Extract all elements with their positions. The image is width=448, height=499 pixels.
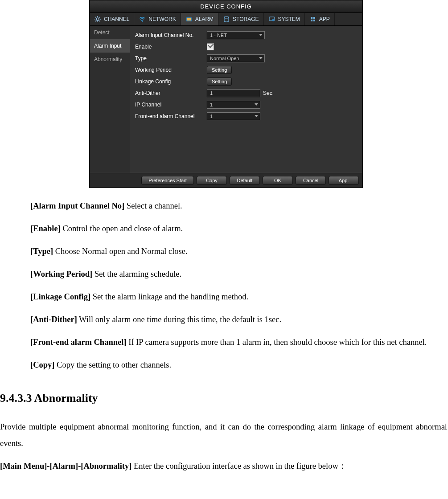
doc-item: [Enable] Control the open and close of a… — [30, 221, 447, 237]
form-area: Alarm Input Channel No. 1 - NET Enable T… — [130, 26, 362, 173]
alarm-icon — [185, 16, 193, 23]
footer-buttons: Preferences Start Copy Default OK Cancel… — [90, 173, 362, 188]
select-alarm-channel[interactable]: 1 - NET — [207, 31, 265, 39]
window-body: Detect Alarm Input Abnormality Alarm Inp… — [90, 26, 362, 173]
tab-label: SYSTEM — [278, 16, 300, 22]
doc-item: [Working Period] Set the alarming schedu… — [30, 266, 447, 282]
label-enable: Enable — [135, 44, 204, 50]
checkbox-enable[interactable] — [207, 43, 214, 50]
tab-app[interactable]: APP — [305, 13, 335, 25]
svg-point-4 — [224, 16, 229, 18]
doc-item: [Anti-Dither] Will only alarm one time d… — [30, 311, 447, 328]
btn-working-period-setting[interactable]: Setting — [207, 66, 232, 74]
doc-desc: Will only alarm one time during this tim… — [77, 315, 281, 324]
nav-bold: [Main Menu]-[Alarm]-[Abnormality] — [0, 462, 132, 470]
sidebar-item-alarm-input[interactable]: Alarm Input — [90, 39, 130, 53]
label-front-end: Front-end alarm Channel — [135, 113, 204, 119]
btn-ok[interactable]: OK — [263, 176, 293, 185]
label-sec: Sec. — [263, 90, 274, 96]
tab-label: CHANNEL — [104, 16, 129, 22]
doc-desc: If IP camera supports more than 1 alarm … — [127, 338, 427, 347]
device-config-window: DEVICE CONFIG CHANNEL NETWORK ALARM — [89, 0, 363, 188]
svg-rect-3 — [187, 18, 191, 20]
doc-term: [Working Period] — [30, 270, 92, 278]
doc-desc: Copy the setting to other channels. — [54, 360, 171, 369]
btn-linkage-setting[interactable]: Setting — [207, 78, 232, 86]
svg-rect-10 — [313, 20, 315, 21]
nav-line: [Main Menu]-[Alarm]-[Abnormality] Enter … — [0, 458, 447, 474]
doc-term: [Alarm Input Channel No] — [30, 201, 124, 210]
system-icon — [268, 16, 275, 23]
svg-point-1 — [142, 21, 143, 22]
btn-app[interactable]: App. — [329, 176, 359, 185]
doc-term: [Linkage Config] — [30, 292, 90, 301]
svg-point-6 — [272, 19, 274, 21]
label-working-period: Working Period — [135, 67, 204, 73]
btn-copy[interactable]: Copy — [197, 176, 227, 185]
label-type: Type — [135, 55, 204, 61]
label-alarm-channel: Alarm Input Channel No. — [135, 32, 204, 38]
app-icon — [309, 16, 316, 23]
tab-label: STORAGE — [233, 16, 259, 22]
doc-term: [Enable] — [30, 224, 61, 233]
storage-icon — [223, 16, 230, 23]
svg-point-0 — [96, 18, 99, 20]
input-anti-dither[interactable] — [207, 89, 260, 97]
btn-default[interactable]: Default — [230, 176, 260, 185]
tab-alarm[interactable]: ALARM — [181, 13, 218, 25]
select-ip-channel[interactable]: 1 — [207, 101, 260, 109]
document-body: [Alarm Input Channel No] Select a channe… — [0, 188, 447, 474]
gear-icon — [94, 16, 101, 23]
svg-rect-7 — [311, 17, 312, 19]
tab-channel[interactable]: CHANNEL — [90, 13, 134, 25]
doc-desc: Set the alarm linkage and the handling m… — [90, 292, 248, 301]
tab-label: NETWORK — [148, 16, 176, 22]
doc-term: [Front-end alarm Channel] — [30, 338, 127, 347]
tab-network[interactable]: NETWORK — [134, 13, 181, 25]
doc-item: [Linkage Config] Set the alarm linkage a… — [30, 289, 447, 305]
section-paragraph: Provide multiple equipment abnormal moni… — [0, 419, 447, 452]
doc-item: [Front-end alarm Channel] If IP camera s… — [30, 334, 447, 351]
doc-desc: Select a channel. — [124, 201, 182, 210]
btn-preferences-start[interactable]: Preferences Start — [141, 176, 194, 185]
window-title: DEVICE CONFIG — [90, 0, 362, 13]
doc-term: [Copy] — [30, 360, 54, 369]
tab-system[interactable]: SYSTEM — [264, 13, 305, 25]
select-front-end[interactable]: 1 — [207, 112, 260, 120]
doc-desc: Set the alarming schedule. — [92, 270, 181, 278]
sidebar-item-detect[interactable]: Detect — [90, 26, 130, 39]
top-tabs: CHANNEL NETWORK ALARM STORAGE — [90, 13, 362, 26]
doc-desc: Control the open and close of alarm. — [61, 224, 183, 233]
nav-rest: Enter the configuration interface as sho… — [132, 462, 346, 470]
doc-term: [Type] — [30, 247, 53, 256]
svg-rect-9 — [311, 20, 312, 21]
doc-desc: Choose Normal open and Normal close. — [53, 247, 188, 256]
label-linkage: Linkage Config — [135, 78, 204, 85]
doc-item: [Alarm Input Channel No] Select a channe… — [30, 198, 447, 214]
doc-term: [Anti-Dither] — [30, 315, 77, 324]
sidebar-item-abnormality[interactable]: Abnormality — [90, 53, 130, 66]
doc-item: [Type] Choose Normal open and Normal clo… — [30, 243, 447, 260]
tab-label: APP — [319, 16, 330, 22]
svg-rect-8 — [313, 17, 315, 19]
label-anti-dither: Anti-Dither — [135, 90, 204, 96]
doc-item: [Copy] Copy the setting to other channel… — [30, 357, 447, 373]
wifi-icon — [139, 16, 146, 23]
tab-label: ALARM — [195, 16, 214, 22]
sidebar: Detect Alarm Input Abnormality — [90, 26, 130, 173]
tab-storage[interactable]: STORAGE — [218, 13, 263, 25]
label-ip-channel: IP Channel — [135, 102, 204, 108]
select-type[interactable]: Normal Open — [207, 54, 265, 62]
section-heading: 9.4.3.3 Abnormality — [0, 387, 447, 410]
btn-cancel[interactable]: Cancel — [296, 176, 326, 185]
